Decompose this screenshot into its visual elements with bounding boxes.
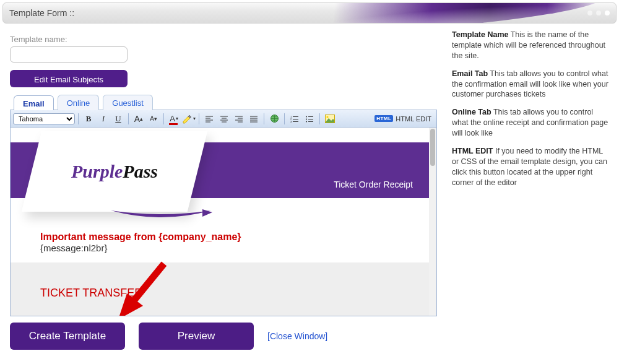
- help-online-tab-heading: Online Tab: [452, 108, 491, 116]
- svg-point-24: [306, 118, 307, 119]
- create-template-button[interactable]: Create Template: [10, 323, 125, 350]
- help-html-edit-heading: HTML EDIT: [452, 147, 493, 155]
- logo-swoosh-icon: [110, 209, 212, 220]
- template-name-input[interactable]: [10, 46, 128, 63]
- font-increase-button[interactable]: A▴: [132, 113, 145, 125]
- tab-online[interactable]: Online: [58, 95, 100, 110]
- html-edit-button[interactable]: HTML HTML EDIT: [374, 115, 434, 123]
- svg-point-25: [306, 121, 307, 122]
- tab-email[interactable]: Email: [14, 95, 54, 111]
- preview-button[interactable]: Preview: [139, 323, 254, 350]
- svg-text:3: 3: [290, 120, 292, 123]
- titlebar-dots: [587, 11, 610, 15]
- tab-guestlist[interactable]: Guestlist: [103, 95, 153, 110]
- edit-email-subjects-button[interactable]: Edit Email Subjects: [10, 70, 128, 87]
- message-title: Important message from {company_name}: [40, 232, 423, 243]
- font-decrease-button[interactable]: A▾: [147, 113, 160, 125]
- highlight-button[interactable]: ▾: [182, 113, 196, 125]
- bottom-actions: Create Template Preview [Close Window]: [0, 323, 446, 350]
- align-justify-button[interactable]: [247, 113, 261, 125]
- svg-point-30: [326, 116, 328, 118]
- italic-button[interactable]: I: [97, 113, 110, 125]
- underline-button[interactable]: U: [111, 113, 125, 125]
- unordered-list-button[interactable]: [303, 113, 316, 125]
- align-right-button[interactable]: [232, 113, 246, 125]
- help-template-name-heading: Template Name: [452, 30, 508, 39]
- editor-canvas[interactable]: Ticket Order Receipt PurplePass Importan…: [11, 128, 436, 316]
- insert-link-button[interactable]: [267, 113, 281, 125]
- rich-text-editor: Tahoma B I U A▴ A▾ A▾ ▾: [10, 110, 437, 316]
- tab-bar: Email Online Guestlist: [10, 95, 437, 110]
- html-edit-label: HTML EDIT: [396, 115, 431, 123]
- align-center-button[interactable]: [217, 113, 231, 125]
- receipt-title: Ticket Order Receipt: [334, 180, 413, 189]
- help-sidebar: Template Name This is the name of the te…: [446, 24, 619, 350]
- close-window-link[interactable]: [Close Window]: [267, 331, 327, 341]
- message-body: {message:nl2br}: [40, 243, 423, 253]
- help-email-tab-heading: Email Tab: [452, 69, 488, 78]
- message-block: Important message from {company_name} {m…: [40, 232, 423, 253]
- title-bar-text: Template Form ::: [9, 8, 74, 18]
- align-left-button[interactable]: [202, 113, 216, 125]
- vertical-scrollbar[interactable]: [429, 128, 436, 316]
- editor-toolbar: Tahoma B I U A▴ A▾ A▾ ▾: [11, 110, 436, 128]
- logo-card: PurplePass: [22, 131, 207, 212]
- html-chip-icon: HTML: [374, 115, 393, 122]
- scrollbar-thumb[interactable]: [430, 129, 435, 166]
- bold-button[interactable]: B: [82, 113, 95, 125]
- svg-point-23: [306, 116, 307, 117]
- font-family-select[interactable]: Tahoma: [13, 113, 75, 124]
- template-name-label: Template name:: [10, 35, 437, 44]
- ticket-transfer-heading: TICKET TRANSFER: [40, 287, 142, 300]
- font-color-button[interactable]: A▾: [167, 113, 181, 125]
- ordered-list-button[interactable]: 123: [288, 113, 301, 125]
- logo-text: PurplePass: [71, 161, 158, 181]
- title-bar: Template Form ::: [2, 2, 617, 24]
- titlebar-swoosh: [219, 2, 605, 24]
- insert-image-button[interactable]: [323, 113, 337, 125]
